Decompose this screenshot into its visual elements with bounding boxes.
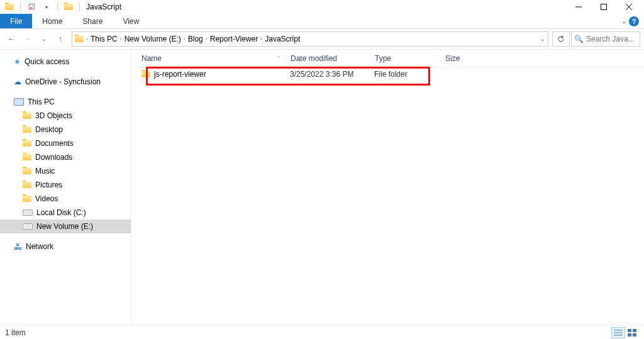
address-dropdown-icon[interactable]: ⌄ — [540, 36, 545, 42]
folder-icon — [23, 196, 31, 202]
up-button[interactable]: ↑ — [53, 31, 68, 47]
drive-icon — [23, 209, 33, 216]
svg-rect-8 — [633, 329, 636, 332]
folder-icon — [23, 154, 31, 160]
sidebar-item-music[interactable]: Music — [0, 164, 131, 178]
sidebar-item-network[interactable]: 🖧 Network — [0, 240, 131, 253]
ribbon-expand-icon[interactable]: ⌄ — [621, 18, 626, 25]
star-icon: ★ — [14, 57, 21, 66]
sort-asc-icon: ˄ — [277, 55, 280, 61]
file-menu[interactable]: File — [0, 14, 32, 28]
sidebar-item-label: Music — [35, 167, 55, 175]
sidebar-item-label: Desktop — [35, 125, 63, 134]
tab-view[interactable]: View — [113, 14, 149, 28]
folder-icon — [23, 168, 31, 174]
column-header-name[interactable]: Name˄ — [131, 54, 285, 63]
folder-icon — [23, 140, 31, 147]
sidebar-item-onedrive[interactable]: ☁ OneDrive - Syncfusion — [0, 75, 131, 89]
breadcrumb-segment[interactable]: This PC — [91, 35, 118, 43]
maximize-button[interactable] — [591, 1, 616, 13]
row-date: 3/25/2022 3:36 PM — [285, 70, 369, 79]
recent-dropdown-icon[interactable]: ⌄ — [36, 31, 52, 47]
help-button[interactable]: ? — [629, 16, 639, 26]
sidebar-item-label: Downloads — [35, 153, 72, 162]
svg-rect-7 — [628, 329, 631, 332]
window-title: JavaScript — [86, 3, 121, 11]
folder-icon — [142, 71, 150, 77]
navbar: ← → ⌄ ↑ › This PC › New Volume (E:) › Bl… — [0, 29, 644, 49]
breadcrumb-segment[interactable]: Report-Viewer — [210, 35, 258, 43]
sidebar-item-thispc[interactable]: This PC — [0, 95, 131, 109]
qat-dropdown-icon[interactable]: ▾ — [40, 1, 53, 13]
sidebar-item-label: Videos — [35, 194, 58, 203]
search-icon: 🔍 — [574, 35, 584, 43]
pc-icon — [14, 98, 24, 106]
sidebar-item-label: Pictures — [35, 181, 62, 189]
drive-icon — [23, 223, 33, 230]
qat-properties-icon[interactable]: ☑ — [25, 1, 38, 13]
row-name: js-report-viewer — [154, 70, 206, 79]
back-button[interactable]: ← — [4, 31, 19, 47]
thumbnails-view-button[interactable] — [625, 327, 639, 338]
folder-icon — [3, 1, 16, 13]
chevron-right-icon[interactable]: › — [184, 36, 186, 42]
sidebar-item-local-disk-c[interactable]: Local Disk (C:) — [0, 206, 131, 220]
svg-rect-9 — [628, 333, 631, 336]
network-icon: 🖧 — [14, 242, 22, 252]
column-header-date[interactable]: Date modified — [285, 54, 369, 63]
svg-rect-10 — [633, 333, 636, 336]
forward-button[interactable]: → — [20, 31, 35, 47]
sidebar-item-pictures[interactable]: Pictures — [0, 178, 131, 192]
chevron-right-icon[interactable]: › — [206, 36, 208, 42]
sidebar-item-new-volume-e[interactable]: New Volume (E:) — [0, 220, 131, 233]
address-bar[interactable]: › This PC › New Volume (E:) › Blog › Rep… — [72, 31, 548, 47]
tab-share[interactable]: Share — [72, 14, 113, 28]
sidebar-item-label: Local Disk (C:) — [36, 208, 86, 217]
refresh-button[interactable] — [552, 31, 570, 47]
search-placeholder: Search Java... — [586, 35, 635, 43]
row-type: File folder — [369, 70, 440, 79]
folder-icon — [75, 36, 84, 42]
sidebar-item-label: Network — [26, 242, 53, 251]
sidebar-item-label: OneDrive - Syncfusion — [25, 77, 101, 86]
status-text: 1 item — [5, 328, 26, 337]
status-bar: 1 item — [0, 325, 644, 339]
sidebar-item-label: New Volume (E:) — [36, 222, 93, 231]
nav-pane: ★ Quick access ☁ OneDrive - Syncfusion T… — [0, 50, 131, 325]
folder-icon — [23, 113, 31, 119]
file-list: Name˄ Date modified Type Size js-report-… — [131, 50, 644, 325]
breadcrumb-segment[interactable]: JavaScript — [265, 35, 300, 43]
sidebar-item-label: Documents — [35, 139, 74, 148]
breadcrumb-segment[interactable]: New Volume (E:) — [125, 35, 181, 43]
folder-icon — [23, 126, 31, 133]
sidebar-item-videos[interactable]: Videos — [0, 192, 131, 206]
table-row[interactable]: js-report-viewer 3/25/2022 3:36 PM File … — [131, 67, 644, 81]
titlebar: ☑ ▾ JavaScript — [0, 0, 644, 14]
sidebar-item-label: This PC — [28, 97, 55, 106]
column-header-size[interactable]: Size — [440, 54, 482, 63]
tab-home[interactable]: Home — [32, 14, 72, 28]
sidebar-item-label: 3D Objects — [35, 111, 72, 120]
sidebar-item-label: Quick access — [25, 57, 69, 66]
close-button[interactable] — [616, 1, 641, 13]
chevron-right-icon[interactable]: › — [260, 36, 262, 42]
column-headers: Name˄ Date modified Type Size — [131, 50, 644, 67]
sidebar-item-downloads[interactable]: Downloads — [0, 150, 131, 164]
cloud-icon: ☁ — [14, 77, 21, 86]
folder-icon — [62, 1, 75, 13]
minimize-button[interactable] — [566, 1, 591, 13]
sidebar-item-documents[interactable]: Documents — [0, 136, 131, 150]
breadcrumb-segment[interactable]: Blog — [188, 35, 203, 43]
folder-icon — [23, 182, 31, 188]
column-header-type[interactable]: Type — [369, 54, 440, 63]
sidebar-item-quick-access[interactable]: ★ Quick access — [0, 55, 131, 69]
sidebar-item-desktop[interactable]: Desktop — [0, 123, 131, 136]
sidebar-item-3dobjects[interactable]: 3D Objects — [0, 109, 131, 123]
ribbon: File Home Share View ⌄ ? — [0, 14, 644, 29]
details-view-button[interactable] — [611, 327, 625, 338]
svg-rect-1 — [601, 4, 607, 10]
search-input[interactable]: 🔍 Search Java... — [571, 31, 640, 47]
chevron-right-icon[interactable]: › — [86, 36, 88, 42]
chevron-right-icon[interactable]: › — [120, 36, 122, 42]
